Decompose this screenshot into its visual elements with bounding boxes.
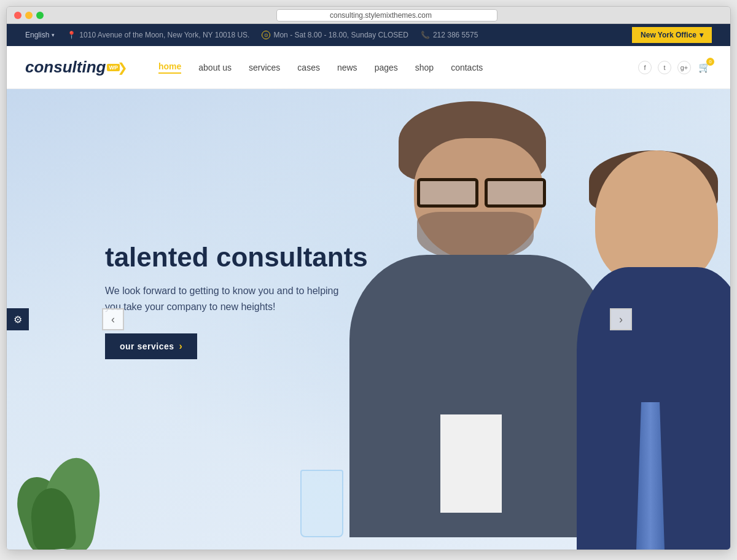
hours-text: Mon - Sat 8.00 - 18.00, Sunday CLOSED bbox=[273, 31, 408, 39]
nav-item-contacts[interactable]: contacts bbox=[451, 63, 483, 72]
nav-item-home[interactable]: home bbox=[158, 61, 181, 74]
settings-gear[interactable]: ⚙ bbox=[7, 308, 29, 330]
nav-social: f t g+ 🛒 0 bbox=[638, 60, 712, 75]
browser-chrome: consulting.stylemixthemes.com bbox=[7, 7, 730, 24]
office-button[interactable]: New York Office ▾ bbox=[632, 27, 712, 43]
top-bar-right: New York Office ▾ bbox=[632, 27, 712, 43]
browser-titlebar: consulting.stylemixthemes.com bbox=[7, 7, 730, 24]
cart-icon[interactable]: 🛒 0 bbox=[697, 60, 712, 75]
chevron-left-icon: ‹ bbox=[111, 313, 115, 326]
maximize-button[interactable] bbox=[36, 12, 44, 19]
office-button-label: New York Office bbox=[641, 31, 696, 39]
tie bbox=[635, 402, 666, 550]
twitter-icon[interactable]: t bbox=[658, 61, 671, 74]
nav-item-news[interactable]: news bbox=[337, 63, 357, 72]
logo-text: consulting bbox=[25, 58, 106, 77]
gear-icon: ⚙ bbox=[14, 314, 22, 325]
nav-links: home about us services cases news pages … bbox=[158, 61, 638, 74]
address-info: 📍 1010 Avenue of the Moon, New York, NY … bbox=[67, 31, 249, 39]
traffic-lights bbox=[14, 12, 44, 19]
phone-icon: 📞 bbox=[421, 31, 430, 39]
hours-info: ⊙ Mon - Sat 8.00 - 18.00, Sunday CLOSED bbox=[262, 31, 408, 39]
logo-chevron-icon: ❯ bbox=[117, 60, 128, 75]
top-bar-left: English ▾ 📍 1010 Avenue of the Moon, New… bbox=[25, 31, 478, 39]
address-bar[interactable]: consulting.stylemixthemes.com bbox=[51, 9, 723, 21]
arrow-right-icon: › bbox=[179, 341, 183, 352]
suit2 bbox=[577, 267, 730, 550]
suit1 bbox=[349, 255, 607, 537]
slider-next-button[interactable]: › bbox=[610, 308, 632, 330]
website: English ▾ 📍 1010 Avenue of the Moon, New… bbox=[7, 24, 730, 550]
language-selector[interactable]: English ▾ bbox=[25, 31, 55, 39]
hero-subtitle: We look forward to getting to know you a… bbox=[105, 283, 351, 314]
hero-title: talented consultants bbox=[105, 243, 368, 272]
googleplus-icon[interactable]: g+ bbox=[677, 61, 691, 74]
pin-icon: 📍 bbox=[67, 31, 76, 39]
phone-info: 📞 212 386 5575 bbox=[421, 31, 478, 39]
language-label: English bbox=[25, 31, 49, 39]
facebook-icon[interactable]: f bbox=[638, 61, 652, 74]
beard bbox=[417, 212, 534, 261]
hero-content: talented consultants We look forward to … bbox=[105, 243, 368, 359]
plant-decoration bbox=[7, 414, 117, 550]
nav-item-about[interactable]: about us bbox=[198, 63, 232, 72]
url-input[interactable]: consulting.stylemixthemes.com bbox=[276, 9, 497, 21]
nav-item-shop[interactable]: shop bbox=[415, 63, 434, 72]
cart-badge: 0 bbox=[706, 58, 714, 66]
hero-cta-button[interactable]: our services › bbox=[105, 333, 197, 359]
chevron-down-icon: ▾ bbox=[52, 32, 55, 38]
logo[interactable]: consulting WP ❯ bbox=[25, 58, 128, 77]
nav-item-services[interactable]: services bbox=[249, 63, 280, 72]
top-bar: English ▾ 📍 1010 Avenue of the Moon, New… bbox=[7, 24, 730, 46]
clock-icon: ⊙ bbox=[262, 31, 270, 39]
minimize-button[interactable] bbox=[25, 12, 33, 19]
chevron-down-icon: ▾ bbox=[700, 31, 703, 39]
hero-section: talented consultants We look forward to … bbox=[7, 89, 730, 550]
browser-window: consulting.stylemixthemes.com English ▾ … bbox=[6, 6, 731, 550]
slider-prev-button[interactable]: ‹ bbox=[102, 308, 124, 330]
shirt bbox=[440, 414, 502, 513]
person2 bbox=[577, 150, 730, 550]
hero-cta-label: our services bbox=[120, 341, 174, 351]
chevron-right-icon: › bbox=[619, 313, 623, 326]
nav-item-pages[interactable]: pages bbox=[375, 63, 398, 72]
head2 bbox=[595, 150, 718, 286]
glasses bbox=[411, 175, 552, 206]
water-glass bbox=[300, 470, 343, 537]
address-text: 1010 Avenue of the Moon, New York, NY 10… bbox=[79, 31, 249, 39]
main-nav: consulting WP ❯ home about us services c… bbox=[7, 46, 730, 89]
nav-item-cases[interactable]: cases bbox=[297, 63, 320, 72]
phone-text: 212 386 5575 bbox=[433, 31, 478, 39]
close-button[interactable] bbox=[14, 12, 21, 19]
